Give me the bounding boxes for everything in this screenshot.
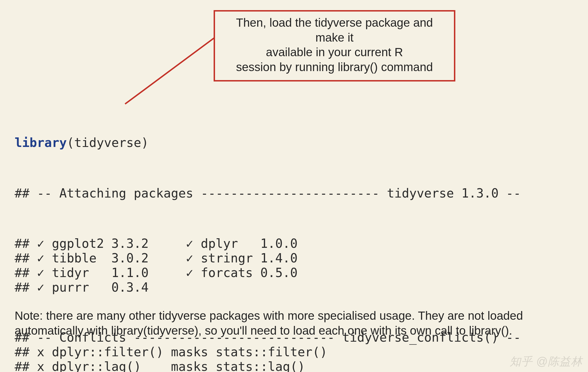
watermark-text: 知乎 @陈益林 <box>510 354 582 369</box>
output-pkg-line-1: ## ✓ ggplot2 3.3.2 ✓ dplyr 1.0.0 <box>15 236 521 251</box>
output-conflict-line-1: ## x dplyr::filter() masks stats::filter… <box>15 345 521 359</box>
svg-line-0 <box>125 38 214 104</box>
r-command-line: library(tidyverse) <box>15 135 521 150</box>
callout-line-2: available in your current R <box>222 45 447 60</box>
output-pkg-line-3: ## ✓ tidyr 1.1.0 ✓ forcats 0.5.0 <box>15 266 521 280</box>
r-keyword-library: library <box>15 135 67 150</box>
r-command-rest: (tidyverse) <box>67 135 148 150</box>
footnote-text: Note: there are many other tidyverse pac… <box>15 309 573 338</box>
callout-box: Then, load the tidyverse package and mak… <box>214 10 455 81</box>
callout-line-1: Then, load the tidyverse package and mak… <box>222 15 447 45</box>
output-pkg-line-4: ## ✓ purrr 0.3.4 <box>15 280 521 295</box>
slide-canvas: Then, load the tidyverse package and mak… <box>0 0 588 372</box>
output-packages-group: ## ✓ ggplot2 3.3.2 ✓ dplyr 1.0.0## ✓ tib… <box>15 236 521 295</box>
output-pkg-line-2: ## ✓ tibble 3.0.2 ✓ stringr 1.4.0 <box>15 251 521 266</box>
callout-line-3: session by running library() command <box>222 60 447 75</box>
output-conflict-line-2: ## x dplyr::lag() masks stats::lag() <box>15 359 521 372</box>
output-attaching-header: ## -- Attaching packages ---------------… <box>15 186 521 201</box>
